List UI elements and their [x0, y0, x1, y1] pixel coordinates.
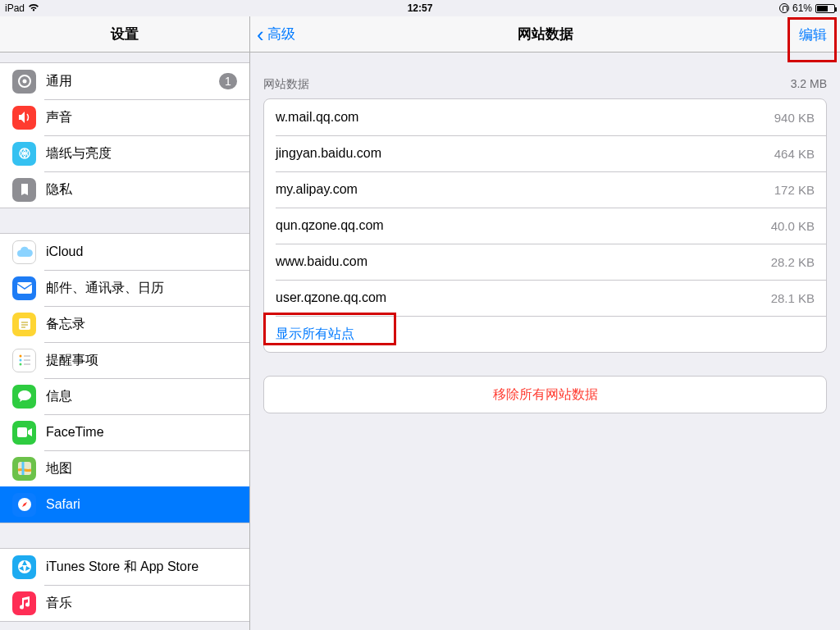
site-row[interactable]: user.qzone.qq.com28.1 KB — [264, 280, 826, 316]
site-size: 28.1 KB — [771, 291, 815, 305]
sidebar-item-label: 地图 — [46, 460, 237, 477]
privacy-icon — [12, 178, 36, 202]
svg-rect-17 — [17, 427, 27, 437]
notes-icon — [12, 313, 36, 336]
sidebar-item-facetime[interactable]: FaceTime — [0, 414, 249, 450]
sidebar-item-label: 音乐 — [46, 595, 237, 612]
safari-icon — [12, 493, 36, 517]
sidebar-item-sounds[interactable]: 声音 — [0, 99, 249, 135]
status-time: 12:57 — [0, 2, 840, 14]
sidebar-title: 设置 — [0, 16, 249, 52]
detail-pane: ‹ 高级 网站数据 编辑 网站数据 3.2 MB w.mail.qq.com94… — [250, 16, 840, 630]
sidebar-item-music[interactable]: 音乐 — [0, 585, 249, 621]
back-label: 高级 — [267, 25, 295, 43]
sidebar-item-general[interactable]: 通用1 — [0, 63, 249, 99]
sidebar-item-reminders[interactable]: 提醒事项 — [0, 342, 249, 378]
sidebar: 设置 通用1声音墙纸与亮度隐私iCloud邮件、通讯录、日历备忘录提醒事项信息F… — [0, 16, 250, 630]
itunes-icon — [12, 555, 36, 579]
music-icon — [12, 591, 36, 615]
svg-point-12 — [19, 359, 21, 362]
site-row[interactable]: my.alipay.com172 KB — [264, 171, 826, 208]
badge: 1 — [219, 73, 237, 89]
status-bar: iPad 12:57 61% — [0, 0, 840, 16]
rotation-lock-icon — [779, 3, 789, 13]
sidebar-item-label: 墙纸与亮度 — [46, 145, 237, 162]
sidebar-item-label: 通用 — [46, 73, 219, 90]
remove-all-button[interactable]: 移除所有网站数据 — [264, 377, 826, 413]
section-label: 网站数据 — [263, 77, 309, 92]
detail-header: ‹ 高级 网站数据 编辑 — [250, 16, 840, 52]
site-size: 40.0 KB — [771, 219, 815, 233]
sidebar-item-icloud[interactable]: iCloud — [0, 234, 249, 270]
sidebar-item-label: Safari — [46, 497, 237, 512]
section-header: 网站数据 3.2 MB — [250, 52, 840, 98]
site-size: 464 KB — [774, 147, 815, 161]
detail-title: 网站数据 — [518, 25, 573, 43]
facetime-icon — [12, 421, 36, 445]
site-size: 28.2 KB — [771, 255, 815, 269]
general-icon — [12, 70, 36, 94]
sidebar-item-maps[interactable]: 地图 — [0, 450, 249, 486]
show-all-sites-button[interactable]: 显示所有站点 — [264, 316, 826, 352]
site-domain: my.alipay.com — [276, 182, 358, 197]
sidebar-item-itunes[interactable]: iTunes Store 和 App Store — [0, 549, 249, 585]
sidebar-item-notes[interactable]: 备忘录 — [0, 306, 249, 342]
svg-point-3 — [23, 152, 26, 155]
reminders-icon — [12, 349, 36, 372]
messages-icon — [12, 385, 36, 409]
site-row[interactable]: qun.qzone.qq.com40.0 KB — [264, 208, 826, 244]
sidebar-item-mail[interactable]: 邮件、通讯录、日历 — [0, 270, 249, 306]
edit-label: 编辑 — [799, 25, 827, 44]
sidebar-item-wallpaper[interactable]: 墙纸与亮度 — [0, 135, 249, 171]
site-row[interactable]: w.mail.qq.com940 KB — [264, 99, 826, 135]
site-domain: qun.qzone.qq.com — [276, 218, 384, 233]
site-row[interactable]: jingyan.baidu.com464 KB — [264, 135, 826, 171]
maps-icon — [12, 457, 36, 481]
svg-point-13 — [19, 363, 21, 366]
svg-rect-6 — [17, 282, 32, 294]
show-all-label: 显示所有站点 — [276, 326, 354, 343]
sounds-icon — [12, 106, 36, 130]
svg-rect-7 — [19, 318, 30, 330]
mail-icon — [12, 276, 36, 300]
sidebar-item-label: iTunes Store 和 App Store — [46, 559, 237, 576]
section-total-size: 3.2 MB — [791, 77, 827, 92]
back-button[interactable]: ‹ 高级 — [257, 16, 295, 52]
sites-list: w.mail.qq.com940 KBjingyan.baidu.com464 … — [263, 98, 827, 353]
site-domain: user.qzone.qq.com — [276, 290, 386, 305]
site-domain: w.mail.qq.com — [276, 110, 358, 125]
site-size: 172 KB — [774, 183, 815, 197]
site-domain: jingyan.baidu.com — [276, 146, 381, 161]
svg-rect-18 — [18, 462, 31, 475]
site-size: 940 KB — [774, 111, 815, 125]
battery-icon — [815, 4, 835, 13]
sidebar-item-label: 隐私 — [46, 181, 237, 199]
icloud-icon — [12, 240, 36, 264]
remove-all-label: 移除所有网站数据 — [493, 386, 598, 404]
edit-button[interactable]: 编辑 — [792, 20, 833, 49]
sidebar-item-privacy[interactable]: 隐私 — [0, 171, 249, 208]
svg-point-1 — [22, 80, 26, 84]
sidebar-item-label: 备忘录 — [46, 316, 237, 333]
wallpaper-icon — [12, 142, 36, 166]
sidebar-item-messages[interactable]: 信息 — [0, 378, 249, 414]
svg-point-11 — [19, 355, 21, 358]
site-domain: www.baidu.com — [276, 254, 368, 269]
chevron-left-icon: ‹ — [257, 24, 264, 45]
sidebar-item-label: 提醒事项 — [46, 352, 237, 369]
remove-all-box: 移除所有网站数据 — [263, 376, 827, 413]
sidebar-item-label: iCloud — [46, 244, 237, 259]
sidebar-item-label: 邮件、通讯录、日历 — [46, 280, 237, 297]
sidebar-item-label: 声音 — [46, 109, 237, 126]
sidebar-item-safari[interactable]: Safari — [0, 486, 249, 523]
sidebar-item-label: 信息 — [46, 388, 237, 405]
sidebar-item-label: FaceTime — [46, 425, 237, 440]
site-row[interactable]: www.baidu.com28.2 KB — [264, 244, 826, 280]
detail-body: 网站数据 3.2 MB w.mail.qq.com940 KBjingyan.b… — [250, 52, 840, 630]
